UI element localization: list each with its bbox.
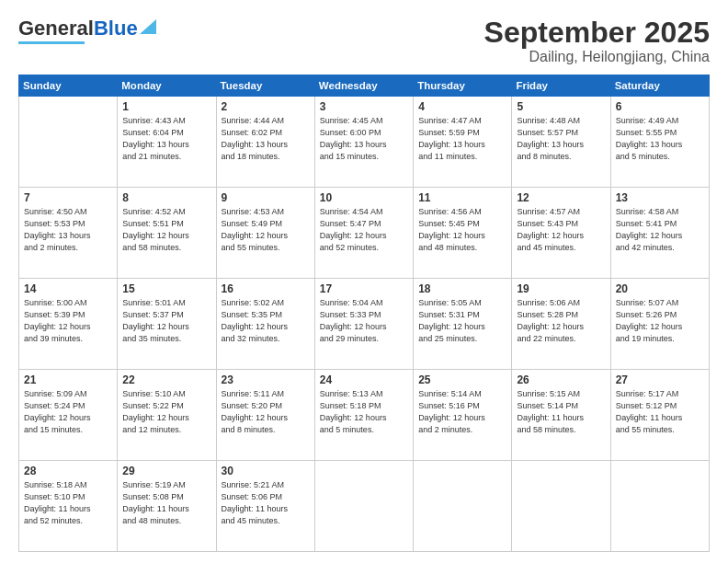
table-row: 30Sunrise: 5:21 AMSunset: 5:06 PMDayligh… (216, 461, 314, 552)
day-info: Sunrise: 4:44 AMSunset: 6:02 PMDaylight:… (222, 115, 310, 163)
table-row (610, 461, 709, 552)
table-row (19, 97, 118, 188)
day-number: 28 (24, 465, 112, 477)
table-row: 8Sunrise: 4:52 AMSunset: 5:51 PMDaylight… (118, 188, 216, 279)
day-info: Sunrise: 5:07 AMSunset: 5:26 PMDaylight:… (616, 297, 704, 345)
calendar-header-row: Sunday Monday Tuesday Wednesday Thursday… (19, 75, 710, 97)
day-info: Sunrise: 5:05 AMSunset: 5:31 PMDaylight:… (418, 297, 506, 345)
calendar-subtitle: Dailing, Heilongjiang, China (484, 49, 710, 65)
calendar-title: September 2025 (484, 17, 710, 49)
day-number: 1 (122, 100, 210, 113)
logo-blue: Blue (94, 17, 138, 40)
day-number: 10 (320, 191, 408, 204)
table-row: 25Sunrise: 5:14 AMSunset: 5:16 PMDayligh… (414, 370, 512, 461)
table-row: 6Sunrise: 4:49 AMSunset: 5:55 PMDaylight… (610, 97, 709, 188)
col-monday: Monday (118, 75, 216, 97)
day-info: Sunrise: 4:57 AMSunset: 5:43 PMDaylight:… (517, 206, 605, 254)
day-info: Sunrise: 4:53 AMSunset: 5:49 PMDaylight:… (222, 206, 310, 254)
day-number: 15 (122, 282, 210, 295)
day-number: 24 (320, 373, 408, 386)
logo-underline (18, 41, 85, 44)
day-info: Sunrise: 5:00 AMSunset: 5:39 PMDaylight:… (24, 297, 112, 345)
title-section: September 2025 Dailing, Heilongjiang, Ch… (484, 17, 710, 65)
day-number: 22 (122, 373, 210, 386)
table-row (314, 461, 413, 552)
day-info: Sunrise: 5:13 AMSunset: 5:18 PMDaylight:… (320, 388, 408, 436)
day-info: Sunrise: 5:21 AMSunset: 5:06 PMDaylight:… (222, 479, 310, 527)
page: General Blue September 2025 Dailing, Hei… (0, 0, 728, 563)
table-row (512, 461, 610, 552)
day-number: 25 (418, 373, 506, 386)
table-row (414, 461, 512, 552)
table-row: 7Sunrise: 4:50 AMSunset: 5:53 PMDaylight… (19, 188, 118, 279)
col-sunday: Sunday (19, 75, 118, 97)
logo-icon (140, 17, 158, 36)
table-row: 4Sunrise: 4:47 AMSunset: 5:59 PMDaylight… (414, 97, 512, 188)
table-row: 9Sunrise: 4:53 AMSunset: 5:49 PMDaylight… (216, 188, 314, 279)
table-row: 26Sunrise: 5:15 AMSunset: 5:14 PMDayligh… (512, 370, 610, 461)
table-row: 29Sunrise: 5:19 AMSunset: 5:08 PMDayligh… (118, 461, 216, 552)
day-number: 12 (517, 191, 605, 204)
day-info: Sunrise: 5:04 AMSunset: 5:33 PMDaylight:… (320, 297, 408, 345)
day-number: 23 (222, 373, 310, 386)
table-row: 14Sunrise: 5:00 AMSunset: 5:39 PMDayligh… (19, 279, 118, 370)
day-number: 3 (320, 100, 408, 113)
day-info: Sunrise: 5:14 AMSunset: 5:16 PMDaylight:… (418, 388, 506, 436)
day-info: Sunrise: 5:18 AMSunset: 5:10 PMDaylight:… (24, 479, 112, 527)
day-number: 8 (122, 191, 210, 204)
table-row: 22Sunrise: 5:10 AMSunset: 5:22 PMDayligh… (118, 370, 216, 461)
day-number: 17 (320, 282, 408, 295)
table-row: 10Sunrise: 4:54 AMSunset: 5:47 PMDayligh… (314, 188, 413, 279)
day-number: 29 (122, 465, 210, 477)
table-row: 27Sunrise: 5:17 AMSunset: 5:12 PMDayligh… (610, 370, 709, 461)
day-number: 5 (517, 100, 605, 113)
table-row: 16Sunrise: 5:02 AMSunset: 5:35 PMDayligh… (216, 279, 314, 370)
col-tuesday: Tuesday (216, 75, 314, 97)
logo: General Blue (18, 17, 158, 44)
col-friday: Friday (512, 75, 610, 97)
col-thursday: Thursday (414, 75, 512, 97)
day-number: 26 (517, 373, 605, 386)
day-number: 7 (24, 191, 112, 204)
table-row: 1Sunrise: 4:43 AMSunset: 6:04 PMDaylight… (118, 97, 216, 188)
day-info: Sunrise: 5:19 AMSunset: 5:08 PMDaylight:… (122, 479, 210, 527)
table-row: 24Sunrise: 5:13 AMSunset: 5:18 PMDayligh… (314, 370, 413, 461)
day-number: 14 (24, 282, 112, 295)
table-row: 28Sunrise: 5:18 AMSunset: 5:10 PMDayligh… (19, 461, 118, 552)
day-info: Sunrise: 4:43 AMSunset: 6:04 PMDaylight:… (122, 115, 210, 163)
logo-general: General (18, 17, 94, 40)
day-info: Sunrise: 5:11 AMSunset: 5:20 PMDaylight:… (222, 388, 310, 436)
table-row: 23Sunrise: 5:11 AMSunset: 5:20 PMDayligh… (216, 370, 314, 461)
table-row: 18Sunrise: 5:05 AMSunset: 5:31 PMDayligh… (414, 279, 512, 370)
table-row: 13Sunrise: 4:58 AMSunset: 5:41 PMDayligh… (610, 188, 709, 279)
day-info: Sunrise: 5:17 AMSunset: 5:12 PMDaylight:… (616, 388, 704, 436)
day-info: Sunrise: 5:09 AMSunset: 5:24 PMDaylight:… (24, 388, 112, 436)
day-number: 27 (616, 373, 704, 386)
header: General Blue September 2025 Dailing, Hei… (18, 17, 710, 65)
day-number: 30 (222, 465, 310, 477)
day-number: 4 (418, 100, 506, 113)
day-info: Sunrise: 4:58 AMSunset: 5:41 PMDaylight:… (616, 206, 704, 254)
day-info: Sunrise: 4:52 AMSunset: 5:51 PMDaylight:… (122, 206, 210, 254)
table-row: 15Sunrise: 5:01 AMSunset: 5:37 PMDayligh… (118, 279, 216, 370)
table-row: 5Sunrise: 4:48 AMSunset: 5:57 PMDaylight… (512, 97, 610, 188)
day-info: Sunrise: 4:47 AMSunset: 5:59 PMDaylight:… (418, 115, 506, 163)
day-number: 9 (222, 191, 310, 204)
day-number: 11 (418, 191, 506, 204)
calendar-table: Sunday Monday Tuesday Wednesday Thursday… (18, 75, 710, 552)
day-info: Sunrise: 5:10 AMSunset: 5:22 PMDaylight:… (122, 388, 210, 436)
day-info: Sunrise: 5:01 AMSunset: 5:37 PMDaylight:… (122, 297, 210, 345)
day-info: Sunrise: 4:56 AMSunset: 5:45 PMDaylight:… (418, 206, 506, 254)
day-number: 21 (24, 373, 112, 386)
day-number: 18 (418, 282, 506, 295)
table-row: 17Sunrise: 5:04 AMSunset: 5:33 PMDayligh… (314, 279, 413, 370)
table-row: 21Sunrise: 5:09 AMSunset: 5:24 PMDayligh… (19, 370, 118, 461)
table-row: 19Sunrise: 5:06 AMSunset: 5:28 PMDayligh… (512, 279, 610, 370)
table-row: 3Sunrise: 4:45 AMSunset: 6:00 PMDaylight… (314, 97, 413, 188)
day-info: Sunrise: 4:50 AMSunset: 5:53 PMDaylight:… (24, 206, 112, 254)
table-row: 11Sunrise: 4:56 AMSunset: 5:45 PMDayligh… (414, 188, 512, 279)
day-info: Sunrise: 5:06 AMSunset: 5:28 PMDaylight:… (517, 297, 605, 345)
day-number: 13 (616, 191, 704, 204)
day-info: Sunrise: 4:54 AMSunset: 5:47 PMDaylight:… (320, 206, 408, 254)
table-row: 12Sunrise: 4:57 AMSunset: 5:43 PMDayligh… (512, 188, 610, 279)
